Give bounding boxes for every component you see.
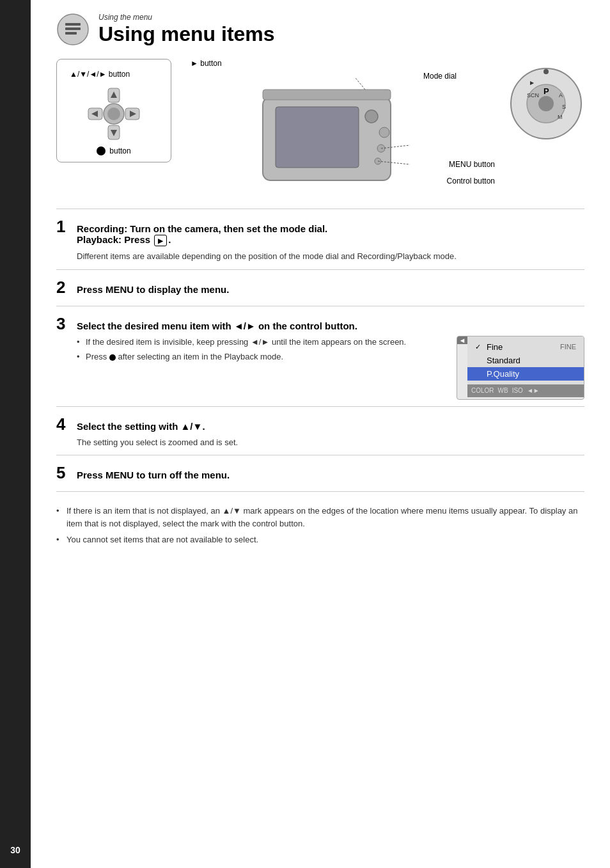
notes-section: If there is an item that is not displaye…	[56, 505, 584, 546]
step-3-section: 3 Select the desired menu item with ◄/► …	[56, 306, 584, 406]
menu-bottom-bar: COLOR WB ISO ◄►	[467, 384, 584, 397]
menu-button-label: MENU button	[449, 160, 495, 169]
svg-point-16	[365, 110, 378, 123]
step-2-title: Press MENU to display the menu.	[77, 284, 229, 295]
step-3-bullet-1: If the desired item is invisible, keep p…	[77, 336, 446, 349]
svg-line-21	[356, 78, 365, 90]
svg-rect-15	[276, 107, 359, 168]
diagram-right: P A S M SCN ▶	[508, 65, 584, 144]
menu-nav-icon: ◄►	[527, 387, 540, 394]
control-button-label: Control button	[447, 177, 495, 185]
menu-screenshot: ◄ ✓ Fine FINE Standard	[457, 336, 584, 400]
camera-illustration	[244, 72, 435, 193]
fine-label: Fine	[487, 342, 503, 352]
header-text-block: Using the menu Using menu items	[98, 13, 275, 45]
step-1-number: 1	[56, 218, 72, 235]
diagram-area: ▲/▼/◄/► button	[56, 59, 584, 193]
main-content: Using the menu Using menu items ▲/▼/◄/► …	[31, 0, 610, 576]
cross-button-svg	[85, 85, 143, 143]
svg-point-13	[107, 107, 120, 120]
standard-label: Standard	[487, 356, 520, 365]
step-1-section: 1 Recording: Turn on the camera, then se…	[56, 209, 584, 269]
svg-text:▶: ▶	[530, 80, 535, 86]
step-1-subtitle-text: Playback: Press	[77, 234, 153, 245]
note-2: You cannot set items that are not availa…	[56, 533, 584, 546]
mode-dial-svg: P A S M SCN ▶	[508, 65, 584, 142]
menu-iso-icon: ISO	[512, 387, 523, 394]
svg-text:M: M	[558, 114, 563, 120]
menu-color-icon: COLOR	[471, 387, 494, 394]
step-4-title: Select the setting with ▲/▼.	[77, 421, 205, 432]
step-2-header: 2 Press MENU to display the menu.	[56, 279, 584, 296]
diagram-left: ▲/▼/◄/► button	[56, 59, 171, 162]
note-1: If there is an item that is not displaye…	[56, 505, 584, 530]
step-5-section: 5 Press MENU to turn off the menu.	[56, 455, 584, 492]
svg-text:P: P	[544, 86, 549, 96]
step-3-title: Select the desired menu item with ◄/► on…	[77, 320, 357, 331]
mode-dial-label: Mode dial	[423, 72, 457, 81]
bullet-button-text: button	[109, 146, 130, 155]
step-1-title: Recording: Turn on the camera, then set …	[77, 223, 327, 234]
step-1-header: 1 Recording: Turn on the camera, then se…	[56, 218, 584, 246]
svg-rect-3	[65, 32, 77, 35]
step-4-section: 4 Select the setting with ▲/▼. The setti…	[56, 406, 584, 455]
step-1-subtitle: Playback: Press ▶.	[77, 234, 327, 246]
step-3-header: 3 Select the desired menu item with ◄/► …	[56, 315, 584, 332]
svg-point-26	[538, 96, 554, 111]
step-2-number: 2	[56, 279, 72, 296]
svg-text:SCN: SCN	[527, 92, 539, 99]
step-5-header: 5 Press MENU to turn off the menu.	[56, 464, 584, 481]
bullet-circle	[97, 146, 106, 155]
svg-point-33	[544, 69, 549, 74]
svg-point-17	[379, 127, 389, 138]
menu-item-standard: Standard	[467, 354, 584, 367]
menu-item-pquality: P.Quality	[467, 367, 584, 381]
step-5-title: Press MENU to turn off the menu.	[77, 470, 230, 480]
header-icon	[56, 13, 90, 46]
step-3-bullet-list: If the desired item is invisible, keep p…	[77, 336, 446, 363]
svg-rect-1	[65, 23, 81, 26]
menu-screenshot-inner: ◄ ✓ Fine FINE Standard	[457, 336, 584, 397]
svg-rect-20	[263, 90, 391, 100]
step-4-header: 4 Select the setting with ▲/▼.	[56, 416, 584, 432]
step-3-number: 3	[56, 315, 72, 332]
page-number: 30	[0, 845, 31, 855]
diagram-middle: ► button Mode dial	[184, 59, 495, 193]
fine-check: ✓	[475, 343, 483, 351]
page-subtitle: Using the menu	[98, 13, 275, 22]
page-title: Using menu items	[98, 23, 275, 45]
menu-wb-icon: WB	[498, 387, 508, 394]
page-header: Using the menu Using menu items	[56, 13, 584, 46]
menu-item-fine: ✓ Fine FINE	[467, 340, 584, 354]
step-3-text: If the desired item is invisible, keep p…	[77, 336, 446, 400]
menu-main-area: ✓ Fine FINE Standard P.Quality	[467, 336, 584, 397]
arrow-button-label: ▲/▼/◄/► button	[70, 70, 158, 79]
pquality-label: P.Quality	[487, 369, 519, 379]
step-3-bullet-2: Press after selecting an item in the Pla…	[77, 351, 446, 363]
menu-left-arrow: ◄	[457, 336, 467, 344]
playback-icon: ▶	[154, 235, 167, 246]
step-4-body: The setting you select is zoomed and is …	[77, 436, 584, 449]
bullet-button-row: button	[97, 146, 130, 155]
step-3-combined: If the desired item is invisible, keep p…	[77, 336, 584, 400]
left-sidebar: 30	[0, 0, 31, 868]
svg-rect-2	[65, 28, 81, 30]
fine-tag: FINE	[560, 343, 576, 351]
svg-text:A: A	[559, 92, 563, 99]
step-5-number: 5	[56, 464, 72, 481]
play-button-label: ► button	[191, 59, 222, 68]
menu-items-area: ✓ Fine FINE Standard P.Quality	[467, 336, 584, 384]
control-diagram: button	[70, 85, 158, 155]
step-1-body: Different items are available depending …	[77, 250, 584, 263]
svg-text:S: S	[562, 104, 566, 110]
step-4-number: 4	[56, 416, 72, 432]
step-2-section: 2 Press MENU to display the menu.	[56, 269, 584, 306]
